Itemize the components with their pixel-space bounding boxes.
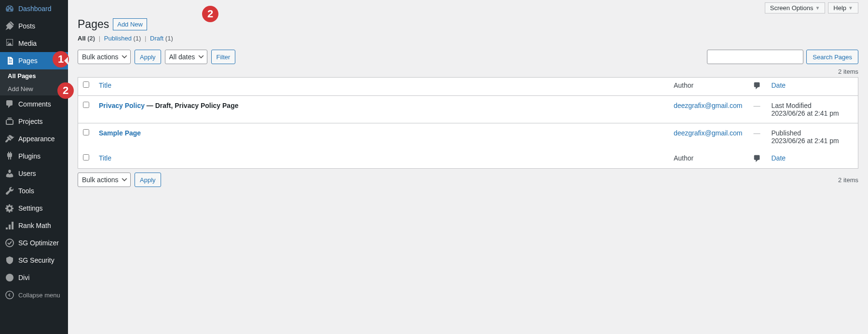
items-count-bottom: 2 items	[838, 176, 858, 184]
filter-draft[interactable]: Draft (1)	[150, 35, 173, 42]
sidebar-item-label: Users	[18, 170, 36, 177]
separator: |	[143, 35, 148, 42]
sidebar-item-users[interactable]: Users	[0, 165, 68, 182]
sidebar-item-label: Rank Math	[18, 222, 51, 229]
date-label: Published	[772, 129, 801, 137]
date-filter-select[interactable]: All dates	[165, 50, 207, 64]
apply-button[interactable]: Apply	[135, 50, 161, 64]
sidebar-item-pages[interactable]: Pages 1	[0, 52, 68, 69]
sidebar-item-comments[interactable]: Comments	[0, 95, 68, 113]
svg-point-1	[6, 274, 14, 281]
divi-icon	[5, 273, 14, 282]
date-label: Last Modified	[772, 102, 812, 109]
controls-left-bottom: Bulk actions Apply	[78, 173, 161, 187]
sidebar-item-appearance[interactable]: Appearance	[0, 130, 68, 147]
column-comments[interactable]	[747, 78, 767, 96]
svg-point-0	[6, 239, 14, 247]
rankmath-icon	[5, 221, 14, 230]
sidebar-item-label: Pages	[18, 57, 38, 65]
collapse-icon	[5, 290, 14, 300]
comment-icon	[5, 99, 14, 109]
date-value: 2023/06/26 at 2:41 pm	[772, 137, 839, 145]
page-title: Pages	[78, 18, 109, 31]
sg-icon	[5, 238, 14, 248]
add-new-button[interactable]: Add New	[113, 18, 147, 30]
page-header: Pages Add New 2	[68, 13, 868, 33]
sidebar-item-sg-optimizer[interactable]: SG Optimizer	[0, 234, 68, 252]
collapse-menu-button[interactable]: Collapse menu	[0, 286, 68, 304]
submenu-item-add-new[interactable]: Add New 2	[0, 82, 68, 95]
sidebar-item-label: Plugins	[18, 152, 41, 160]
page-title-link[interactable]: Sample Page	[99, 129, 141, 137]
table-row: Privacy Policy — Draft, Privacy Policy P…	[78, 96, 858, 123]
top-bar: Screen Options ▼ Help ▼	[68, 0, 868, 13]
screen-options-button[interactable]: Screen Options ▼	[765, 2, 826, 13]
sidebar-item-label: Projects	[18, 118, 43, 125]
row-checkbox[interactable]	[83, 102, 89, 108]
sidebar-item-tools[interactable]: Tools	[0, 182, 68, 200]
sidebar-item-media[interactable]: Media	[0, 35, 68, 52]
column-comments-bottom[interactable]	[747, 150, 767, 169]
sidebar-item-label: Dashboard	[18, 5, 52, 13]
page-title-link[interactable]: Privacy Policy	[99, 102, 145, 109]
annotation-badge-3: 2	[202, 6, 218, 22]
chevron-down-icon: ▼	[848, 5, 853, 11]
column-date-bottom[interactable]: Date	[767, 150, 858, 169]
submenu-item-all-pages[interactable]: All Pages	[0, 69, 68, 82]
dashboard-icon	[5, 4, 14, 13]
portfolio-icon	[5, 117, 14, 126]
svg-point-2	[6, 291, 14, 299]
sidebar-item-dashboard[interactable]: Dashboard	[0, 0, 68, 17]
page-state: — Draft, Privacy Policy Page	[145, 102, 239, 109]
separator: |	[97, 35, 102, 42]
sidebar-item-rankmath[interactable]: Rank Math	[0, 217, 68, 234]
annotation-badge-1: 1	[53, 51, 69, 67]
row-checkbox[interactable]	[83, 129, 89, 135]
author-link[interactable]: deezgrafix@gmail.com	[674, 102, 743, 109]
bulk-actions-select-bottom[interactable]: Bulk actions	[78, 173, 131, 187]
sidebar-item-sg-security[interactable]: SG Security	[0, 252, 68, 269]
sidebar-item-posts[interactable]: Posts	[0, 17, 68, 35]
table-row: Sample Page deezgrafix@gmail.com — Publi…	[78, 123, 858, 151]
search-button[interactable]: Search Pages	[806, 50, 858, 64]
help-label: Help	[833, 4, 846, 12]
column-author-bottom: Author	[669, 150, 747, 169]
shield-icon	[5, 255, 14, 265]
admin-sidebar: Dashboard Posts Media Pages 1 All Pages …	[0, 0, 68, 334]
pages-table: Title Author Date Privacy Policy — Draft…	[78, 77, 858, 169]
select-all-checkbox[interactable]	[83, 81, 89, 88]
filter-published[interactable]: Published (1)	[104, 35, 141, 42]
sidebar-item-settings[interactable]: Settings	[0, 200, 68, 217]
sidebar-item-label: Tools	[18, 187, 34, 195]
apply-button-bottom[interactable]: Apply	[135, 173, 161, 187]
sidebar-item-divi[interactable]: Divi	[0, 269, 68, 286]
sidebar-item-plugins[interactable]: Plugins	[0, 147, 68, 165]
sidebar-item-label: SG Security	[18, 256, 54, 264]
controls-left: Bulk actions Apply All dates Filter	[78, 50, 235, 64]
bulk-actions-select[interactable]: Bulk actions	[78, 50, 131, 64]
sidebar-item-label: Comments	[18, 100, 51, 108]
plugin-icon	[5, 151, 14, 161]
brush-icon	[5, 134, 14, 144]
main-content: Screen Options ▼ Help ▼ Pages Add New 2 …	[68, 0, 868, 334]
sidebar-item-projects[interactable]: Projects	[0, 113, 68, 130]
author-link[interactable]: deezgrafix@gmail.com	[674, 129, 743, 137]
filter-button[interactable]: Filter	[211, 50, 236, 64]
screen-options-label: Screen Options	[770, 4, 814, 12]
help-button[interactable]: Help ▼	[828, 2, 858, 13]
sidebar-submenu-pages: All Pages Add New 2	[0, 69, 68, 95]
column-title-bottom[interactable]: Title	[94, 150, 669, 169]
column-title[interactable]: Title	[94, 78, 669, 96]
sidebar-item-label: Posts	[18, 22, 35, 30]
filter-all[interactable]: All (2)	[78, 35, 95, 42]
select-all-checkbox-bottom[interactable]	[83, 154, 89, 160]
sidebar-item-label: SG Optimizer	[18, 239, 59, 247]
sidebar-item-label: Appearance	[18, 135, 55, 143]
tools-icon	[5, 186, 14, 196]
controls-right: Search Pages	[707, 50, 858, 64]
chevron-down-icon: ▼	[815, 5, 820, 11]
submenu-item-label: Add New	[8, 85, 33, 93]
tablenav-top: Bulk actions Apply All dates Filter Sear…	[68, 46, 868, 68]
column-date[interactable]: Date	[767, 78, 858, 96]
search-input[interactable]	[707, 50, 803, 64]
